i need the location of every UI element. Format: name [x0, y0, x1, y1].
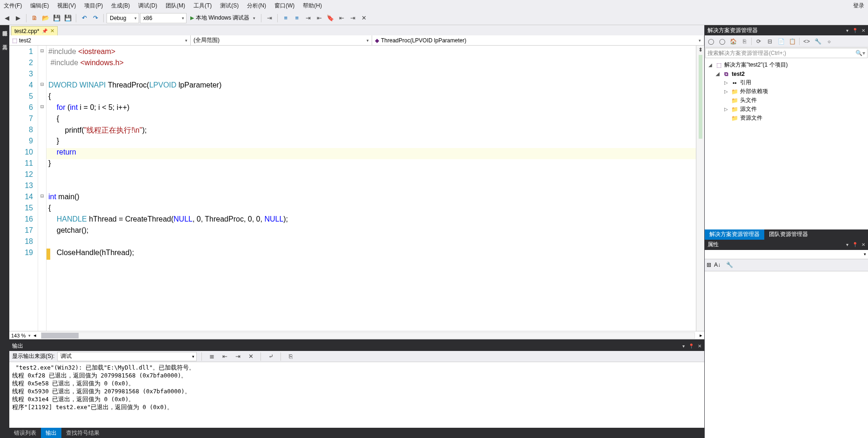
- member-combo[interactable]: ◆ThreadProc(LPVOID lpParameter): [372, 35, 704, 45]
- out-prev-icon[interactable]: ⇤: [220, 351, 230, 362]
- menu-edit[interactable]: 编辑(E): [30, 2, 49, 10]
- redo-icon[interactable]: ↷: [90, 13, 100, 23]
- sol-link-icon[interactable]: ⟐: [825, 37, 833, 46]
- menu-analyze[interactable]: 分析(N): [247, 2, 266, 10]
- prop-az-icon[interactable]: A↓: [714, 262, 721, 268]
- menu-view[interactable]: 视图(V): [57, 2, 76, 10]
- config-combo[interactable]: Debug: [107, 13, 139, 23]
- scroll-left-icon[interactable]: ◂: [33, 332, 36, 338]
- sol-external[interactable]: ▷📁外部依赖项: [705, 87, 868, 96]
- h-scrollbar[interactable]: [41, 332, 695, 339]
- output-pin-icon[interactable]: 📍: [688, 344, 694, 349]
- document-tabs: test2.cpp* 📌 ✕: [9, 25, 704, 35]
- menu-tools[interactable]: 工具(T): [194, 2, 212, 10]
- tab-error-list[interactable]: 错误列表: [9, 428, 41, 438]
- pin-icon[interactable]: 📌: [42, 26, 47, 36]
- code-editor[interactable]: 12345678910111213141516171819 ⊟⊟⊟⊟ #incl…: [9, 46, 704, 331]
- menu-debug[interactable]: 调试(D): [138, 2, 157, 10]
- prev-bookmark-icon[interactable]: ⇤: [336, 13, 347, 23]
- output-source-combo[interactable]: 调试: [57, 352, 197, 361]
- open-file-icon[interactable]: 📂: [40, 13, 51, 23]
- sol-fwd-icon[interactable]: ◯: [718, 37, 726, 46]
- prop-pin-icon[interactable]: 📍: [852, 242, 858, 247]
- search-icon: 🔍▾: [855, 50, 865, 56]
- properties-toolbar: ⊞ A↓ 🔧: [705, 259, 868, 271]
- step-icon[interactable]: ⇥: [264, 13, 274, 23]
- prop-wrench-icon[interactable]: 🔧: [726, 262, 733, 268]
- out-clear-icon[interactable]: ✕: [246, 351, 256, 362]
- out-wrap-icon[interactable]: ⤶: [266, 351, 276, 362]
- prop-dropdown-icon[interactable]: ▾: [846, 242, 848, 247]
- next-bookmark-icon[interactable]: ⇥: [347, 13, 358, 23]
- run-button[interactable]: ▶本地 Windows 调试器▾: [187, 13, 258, 23]
- clear-bookmark-icon[interactable]: ✕: [359, 13, 369, 23]
- new-file-icon[interactable]: 🗎: [29, 13, 40, 23]
- signin-link[interactable]: 登录: [853, 2, 864, 10]
- sol-pin-icon[interactable]: 📍: [852, 28, 858, 33]
- menu-help[interactable]: 帮助(H): [303, 2, 322, 10]
- bookmark-icon[interactable]: 🔖: [325, 13, 335, 23]
- solution-search[interactable]: 搜索解决方案资源管理器(Ctrl+;) 🔍▾: [705, 48, 868, 58]
- comment-icon[interactable]: ≡: [280, 13, 291, 23]
- fold-column[interactable]: ⊟⊟⊟⊟: [38, 46, 47, 331]
- sol-resources[interactable]: 📁资源文件: [705, 114, 868, 122]
- undo-icon[interactable]: ↶: [79, 13, 89, 23]
- menu-build[interactable]: 生成(B): [111, 2, 130, 10]
- code-text[interactable]: #include <iostream> #include <windows.h>…: [47, 46, 696, 331]
- change-marker: [699, 55, 702, 139]
- tab-output[interactable]: 输出: [41, 428, 61, 438]
- menu-test[interactable]: 测试(S): [220, 2, 239, 10]
- out-goto-icon[interactable]: ≣: [207, 351, 217, 362]
- out-next-icon[interactable]: ⇥: [233, 351, 243, 362]
- sol-wrench-icon[interactable]: 🔧: [814, 37, 822, 46]
- platform-combo[interactable]: x86: [140, 13, 187, 23]
- tab-team-explorer[interactable]: 团队资源管理器: [764, 229, 813, 240]
- indent-icon[interactable]: ⇥: [303, 13, 313, 23]
- outdent-icon[interactable]: ⇤: [314, 13, 324, 23]
- save-all-icon[interactable]: 💾: [63, 13, 73, 23]
- sol-root[interactable]: ◢⬚解决方案"test2"(1 个项目): [705, 61, 868, 69]
- split-icon[interactable]: ⬍: [698, 47, 703, 53]
- sol-refresh-icon[interactable]: ⟳: [754, 37, 763, 46]
- prop-close-icon[interactable]: ✕: [861, 242, 865, 247]
- file-tab[interactable]: test2.cpp* 📌 ✕: [11, 26, 58, 35]
- sol-collapse-icon[interactable]: ⊟: [766, 37, 774, 46]
- tab-find-symbol[interactable]: 查找符号结果: [61, 428, 104, 438]
- uncomment-icon[interactable]: ≡: [292, 13, 302, 23]
- sol-headers[interactable]: 📁头文件: [705, 96, 868, 105]
- scroll-right-icon[interactable]: ▸: [700, 332, 702, 338]
- sol-project[interactable]: ◢⧉test2: [705, 69, 868, 78]
- sol-close-icon[interactable]: ✕: [861, 28, 865, 33]
- global-combo[interactable]: (全局范围): [191, 35, 372, 45]
- nav-back-icon[interactable]: ◀: [2, 13, 12, 23]
- menu-team[interactable]: 团队(M): [166, 2, 185, 10]
- scope-combo[interactable]: ⬚test2: [9, 35, 191, 45]
- tab-solution-explorer[interactable]: 解决方案资源管理器: [705, 229, 764, 240]
- nav-bar: ⬚test2 (全局范围) ◆ThreadProc(LPVOID lpParam…: [9, 35, 704, 46]
- prop-cat-icon[interactable]: ⊞: [707, 262, 711, 268]
- close-tab-icon[interactable]: ✕: [50, 28, 54, 34]
- menu-project[interactable]: 项目(P): [84, 2, 103, 10]
- prop-obj-combo[interactable]: ▾: [705, 250, 868, 259]
- out-more-icon[interactable]: ⎘: [286, 351, 296, 362]
- solution-tree[interactable]: ◢⬚解决方案"test2"(1 个项目) ◢⧉test2 ▷▪▪引用 ▷📁外部依…: [705, 59, 868, 229]
- sol-dropdown-icon[interactable]: ▾: [846, 28, 848, 33]
- menu-file[interactable]: 文件(F): [4, 2, 22, 10]
- sol-showall-icon[interactable]: 📄: [777, 37, 785, 46]
- output-dropdown-icon[interactable]: ▾: [682, 344, 685, 349]
- sol-refs[interactable]: ▷▪▪引用: [705, 78, 868, 87]
- output-text[interactable]: "test2.exe"(Win32): 已加载"E:\MyDll.dll"。已加…: [9, 362, 704, 428]
- menu-window[interactable]: 窗口(W): [274, 2, 294, 10]
- sol-sync-icon[interactable]: ⎘: [740, 37, 748, 46]
- solution-toolbar: ◯ ◯ 🏠 ⎘ ⟳ ⊟ 📄 📋 <> 🔧 ⟐: [705, 35, 868, 47]
- scroll-marker-bar[interactable]: ⬍: [696, 46, 704, 331]
- save-icon[interactable]: 💾: [52, 13, 62, 23]
- sol-back-icon[interactable]: ◯: [707, 37, 715, 46]
- sol-view-code-icon[interactable]: <>: [802, 37, 811, 46]
- output-close-icon[interactable]: ✕: [698, 344, 701, 349]
- zoom-level[interactable]: 143 %: [11, 333, 26, 338]
- sol-sources[interactable]: ▷📁源文件: [705, 105, 868, 114]
- sol-home-icon[interactable]: 🏠: [729, 37, 737, 46]
- nav-fwd-icon[interactable]: ▶: [13, 13, 23, 23]
- sol-props-icon[interactable]: 📋: [788, 37, 796, 46]
